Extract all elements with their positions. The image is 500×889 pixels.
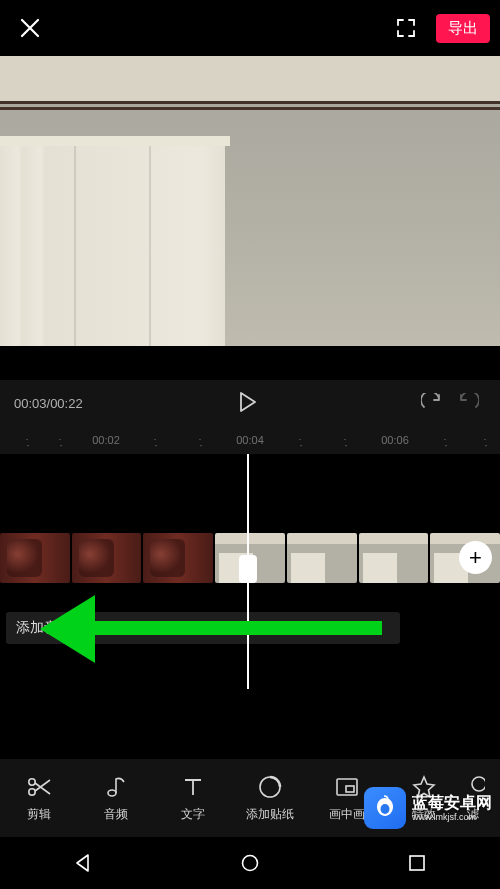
ruler-tick: 00:04 bbox=[236, 434, 264, 446]
playback-controls: 00:03/00:22 bbox=[0, 380, 500, 426]
export-button[interactable]: 导出 bbox=[436, 14, 490, 43]
scissors-icon bbox=[26, 774, 52, 800]
pip-icon bbox=[334, 774, 360, 800]
tool-sticker[interactable]: 添加贴纸 bbox=[231, 774, 308, 823]
nav-back-button[interactable] bbox=[68, 848, 98, 878]
expand-icon bbox=[396, 18, 416, 38]
svg-point-1 bbox=[28, 788, 34, 794]
expand-button[interactable] bbox=[386, 8, 426, 48]
tool-label: 添加贴纸 bbox=[246, 806, 294, 823]
video-preview[interactable] bbox=[0, 56, 500, 346]
video-clip[interactable] bbox=[0, 533, 70, 583]
triangle-back-icon bbox=[73, 853, 93, 873]
ruler-tick: 00:02 bbox=[92, 434, 120, 446]
tool-audio[interactable]: 音频 bbox=[77, 774, 154, 823]
system-nav-bar bbox=[0, 837, 500, 889]
nav-home-button[interactable] bbox=[235, 848, 265, 878]
timeline-tracks[interactable] bbox=[0, 454, 500, 721]
svg-point-0 bbox=[28, 778, 34, 784]
tool-label: 文字 bbox=[181, 806, 205, 823]
tool-edit[interactable]: 剪辑 bbox=[0, 774, 77, 823]
sticker-icon bbox=[257, 774, 283, 800]
svg-rect-8 bbox=[410, 856, 424, 870]
svg-point-9 bbox=[381, 804, 390, 814]
top-bar: 导出 bbox=[0, 0, 500, 56]
watermark-title: 蓝莓安卓网 bbox=[412, 794, 492, 812]
play-icon bbox=[239, 392, 257, 412]
video-clip[interactable] bbox=[72, 533, 142, 583]
tool-text[interactable]: 文字 bbox=[154, 774, 231, 823]
svg-point-7 bbox=[242, 856, 257, 871]
text-icon bbox=[180, 774, 206, 800]
time-display: 00:03/00:22 bbox=[14, 396, 83, 411]
ruler-tick: 00:06 bbox=[381, 434, 409, 446]
plus-icon: + bbox=[469, 545, 482, 571]
watermark: 蓝莓安卓网 www.lmkjsf.com bbox=[364, 787, 492, 829]
video-clip[interactable] bbox=[359, 533, 429, 583]
annotation-arrow-head bbox=[40, 595, 95, 663]
undo-button[interactable] bbox=[414, 393, 450, 414]
close-icon bbox=[19, 17, 41, 39]
add-clip-button[interactable]: + bbox=[459, 541, 492, 574]
video-clip[interactable] bbox=[143, 533, 213, 583]
close-button[interactable] bbox=[10, 8, 50, 48]
timeline-ruler[interactable]: · · 00:02 · · 00:04 · · 00:06 · · bbox=[0, 426, 500, 454]
tool-label: 剪辑 bbox=[27, 806, 51, 823]
redo-icon bbox=[457, 393, 479, 411]
svg-point-2 bbox=[108, 790, 116, 796]
circle-home-icon bbox=[240, 853, 260, 873]
undo-icon bbox=[421, 393, 443, 411]
music-note-icon bbox=[103, 774, 129, 800]
play-button[interactable] bbox=[228, 392, 268, 415]
square-recent-icon bbox=[408, 854, 426, 872]
annotation-arrow-line bbox=[89, 621, 382, 635]
watermark-logo bbox=[364, 787, 406, 829]
svg-rect-5 bbox=[346, 786, 354, 792]
playhead-handle[interactable] bbox=[239, 555, 257, 583]
nav-recent-button[interactable] bbox=[402, 848, 432, 878]
redo-button[interactable] bbox=[450, 393, 486, 414]
watermark-url: www.lmkjsf.com bbox=[412, 812, 492, 822]
tool-label: 画中画 bbox=[329, 806, 365, 823]
video-clip[interactable] bbox=[287, 533, 357, 583]
tool-label: 音频 bbox=[104, 806, 128, 823]
